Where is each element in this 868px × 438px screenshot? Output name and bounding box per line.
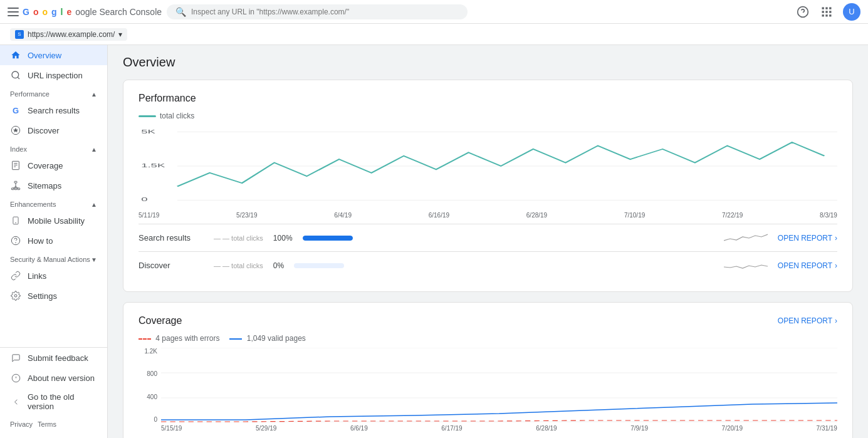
x-label-2: 6/4/19 xyxy=(334,212,352,219)
sidebar: Overview URL inspection Performance ▲ G … xyxy=(0,45,108,438)
submit-feedback-label: Submit feedback xyxy=(28,353,88,363)
x-label-0: 5/11/19 xyxy=(139,212,159,219)
home-icon xyxy=(10,50,21,61)
perf-bar-label-search: — — total clicks xyxy=(214,234,263,242)
x-label-3: 6/16/19 xyxy=(429,212,449,219)
open-report-coverage-arrow: › xyxy=(835,316,837,325)
topbar-logo: Google oogle Search Console xyxy=(8,6,162,18)
avatar[interactable]: U xyxy=(843,3,860,21)
info-icon xyxy=(10,372,21,383)
coverage-chart-area xyxy=(161,348,837,425)
sidebar-item-about-new[interactable]: About new version xyxy=(0,368,107,388)
open-report-discover-arrow: › xyxy=(835,261,837,270)
terms-link[interactable]: Terms xyxy=(38,420,56,428)
cov-x-3: 6/17/19 xyxy=(441,425,462,432)
settings-icon xyxy=(10,290,21,301)
legend-valid-line xyxy=(229,338,242,340)
property-label: https://www.example.com/ xyxy=(28,30,115,39)
sitemaps-label: Sitemaps xyxy=(28,181,61,190)
footer-links: Privacy Terms xyxy=(0,415,107,433)
sidebar-item-how-to[interactable]: How to xyxy=(0,231,107,251)
sidebar-item-discover[interactable]: Discover xyxy=(0,120,107,140)
sidebar-item-search-results[interactable]: G Search results xyxy=(0,100,107,120)
section-index[interactable]: Index ▲ xyxy=(0,140,107,155)
perf-label-search: Search results xyxy=(139,233,214,242)
coverage-y-labels: 1.2K 800 400 0 xyxy=(139,348,161,423)
discover-label: Discover xyxy=(28,126,60,135)
open-report-coverage[interactable]: OPEN REPORT › xyxy=(778,316,837,325)
sidebar-footer: Submit feedback About new version Go to … xyxy=(0,347,107,438)
page-title: Overview xyxy=(123,55,853,70)
sidebar-item-submit-feedback[interactable]: Submit feedback xyxy=(0,348,107,368)
search-input[interactable] xyxy=(191,8,459,16)
sidebar-nav: Overview URL inspection Performance ▲ G … xyxy=(0,45,107,347)
property-icon: S xyxy=(15,30,24,39)
cov-x-1: 5/29/19 xyxy=(256,425,276,432)
search-icon: 🔍 xyxy=(175,7,186,17)
x-label-1: 5/23/19 xyxy=(236,212,257,219)
main-content: Overview Performance total clicks 5K 1.5… xyxy=(108,45,868,438)
coverage-card: Coverage OPEN REPORT › 4 pages with erro… xyxy=(123,302,853,438)
logo-o1: o xyxy=(33,7,39,17)
perf-row-search-results: Search results — — total clicks 100% OPE… xyxy=(139,224,837,251)
sidebar-item-sitemaps[interactable]: Sitemaps xyxy=(0,175,107,196)
svg-rect-6 xyxy=(825,11,827,13)
property-selector[interactable]: S https://www.example.com/ ▾ xyxy=(10,28,127,41)
cov-x-7: 7/31/19 xyxy=(817,425,837,432)
privacy-link[interactable]: Privacy xyxy=(10,420,33,428)
logo-g: G xyxy=(23,7,29,17)
svg-line-12 xyxy=(18,77,19,79)
svg-rect-19 xyxy=(14,181,17,183)
section-security[interactable]: Security & Manual Actions ▼ xyxy=(0,251,107,266)
google-icon: G xyxy=(10,105,21,116)
svg-text:0: 0 xyxy=(141,196,147,203)
coverage-title: Coverage xyxy=(139,315,182,326)
svg-rect-4 xyxy=(829,7,831,9)
svg-rect-7 xyxy=(829,11,831,13)
svg-rect-8 xyxy=(822,14,824,16)
apps-icon[interactable] xyxy=(819,4,834,19)
coverage-icon xyxy=(10,160,21,171)
performance-chart-svg: 5K 1.5K 0 xyxy=(139,125,837,207)
perf-percent-discover: 0% xyxy=(273,261,284,270)
sidebar-item-mobile-usability[interactable]: Mobile Usability xyxy=(0,211,107,231)
section-enhancements[interactable]: Enhancements ▲ xyxy=(0,196,107,211)
section-enhancements-label: Enhancements xyxy=(10,201,56,208)
sidebar-item-links[interactable]: Links xyxy=(0,266,107,286)
cov-x-2: 6/6/19 xyxy=(350,425,368,432)
svg-point-11 xyxy=(12,71,19,78)
performance-title: Performance xyxy=(139,93,196,104)
discover-icon xyxy=(10,125,21,136)
help-icon[interactable] xyxy=(795,4,810,19)
feedback-icon xyxy=(10,352,21,363)
sidebar-item-url-inspection[interactable]: URL inspection xyxy=(0,65,107,85)
sidebar-item-overview[interactable]: Overview xyxy=(0,45,107,65)
cov-x-0: 5/15/19 xyxy=(161,425,182,432)
open-report-discover[interactable]: OPEN REPORT › xyxy=(778,261,837,270)
svg-point-30 xyxy=(16,242,16,243)
section-performance[interactable]: Performance ▲ xyxy=(0,85,107,100)
chevron-down-security-icon: ▼ xyxy=(91,256,97,263)
legend-dot xyxy=(139,115,156,117)
sidebar-item-settings[interactable]: Settings xyxy=(0,286,107,306)
hamburger-menu[interactable] xyxy=(8,6,19,18)
sidebar-item-go-old[interactable]: Go to the old version xyxy=(0,388,107,415)
legend-errors-label: 4 pages with errors xyxy=(155,334,219,343)
search-bar[interactable]: 🔍 xyxy=(167,4,468,19)
svg-rect-5 xyxy=(822,11,824,13)
x-label-4: 6/28/19 xyxy=(526,212,547,219)
open-report-search[interactable]: OPEN REPORT › xyxy=(778,234,837,242)
legend-errors: 4 pages with errors xyxy=(139,334,219,343)
perf-label-discover: Discover xyxy=(139,261,214,270)
links-icon xyxy=(10,270,21,281)
svg-text:5K: 5K xyxy=(141,128,155,135)
perf-percent-search: 100% xyxy=(273,234,293,242)
x-label-5: 7/10/19 xyxy=(624,212,645,219)
perf-row-discover: Discover — — total clicks 0% OPEN REPORT… xyxy=(139,251,837,279)
y-800: 800 xyxy=(139,370,157,377)
mobile-usability-label: Mobile Usability xyxy=(28,216,85,226)
sidebar-item-coverage[interactable]: Coverage xyxy=(0,155,107,175)
layout: Overview URL inspection Performance ▲ G … xyxy=(0,45,868,438)
howto-icon xyxy=(10,235,21,246)
y-1k2: 1.2K xyxy=(139,348,157,355)
